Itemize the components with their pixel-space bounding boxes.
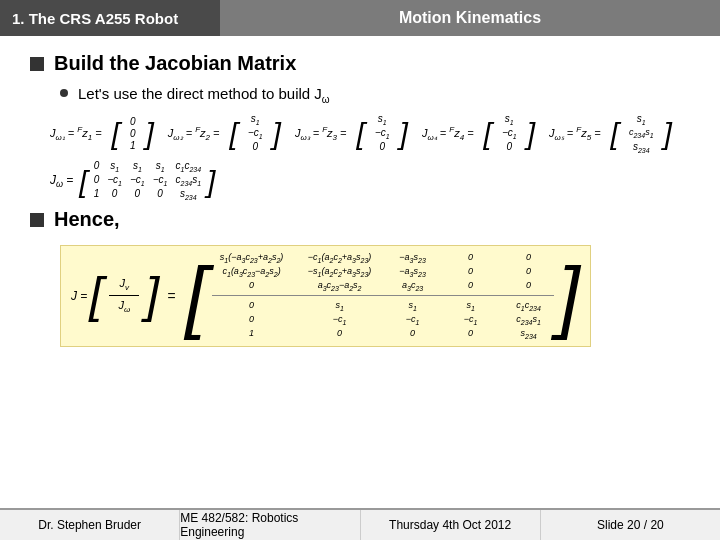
j-matrix-eq: J = [ Jv Jω ] = [ s1(−a3c23+a2s2: [71, 252, 580, 340]
section1-heading: Build the Jacobian Matrix: [30, 52, 690, 75]
jomega-row: Jω₁ = Fz1 = [ 001 ] Jω₂ = Fz2 = [ s1−c10…: [50, 113, 690, 154]
footer-slide: Slide 20 / 20: [541, 510, 720, 540]
header: 1. The CRS A255 Robot Motion Kinematics: [0, 0, 720, 36]
sub-bullet-icon: [60, 89, 68, 97]
header-right-title: Motion Kinematics: [220, 0, 720, 36]
main-content: Build the Jacobian Matrix Let's use the …: [0, 36, 720, 357]
section1-title: Build the Jacobian Matrix: [54, 52, 296, 75]
footer: Dr. Stephen Bruder ME 482/582: Robotics …: [0, 508, 720, 540]
jomega-combined: Jω = [ 0s1s1s1c1c234 0−c1−c1−c1c234s1 10…: [50, 160, 690, 202]
footer-author: Dr. Stephen Bruder: [0, 510, 180, 540]
bullet-icon: [30, 57, 44, 71]
section2-area: Hence, J = [ Jv Jω ] = [: [30, 208, 690, 347]
big-matrix-content: s1(−a3c23+a2s2) −c1(a2c2+a3s23) −a3s23 0…: [212, 252, 554, 340]
section2-heading: Hence,: [30, 208, 690, 231]
subitem-text: Let's use the direct method to build Jω: [78, 85, 330, 105]
hence-matrix: J = [ Jv Jω ] = [ s1(−a3c23+a2s2: [60, 245, 591, 347]
bullet2-icon: [30, 213, 44, 227]
section2-title: Hence,: [54, 208, 120, 231]
section1-subitem: Let's use the direct method to build Jω: [60, 85, 690, 105]
header-left-title: 1. The CRS A255 Robot: [0, 0, 220, 36]
footer-date: Thursday 4th Oct 2012: [361, 510, 541, 540]
footer-course: ME 482/582: Robotics Engineering: [180, 510, 360, 540]
